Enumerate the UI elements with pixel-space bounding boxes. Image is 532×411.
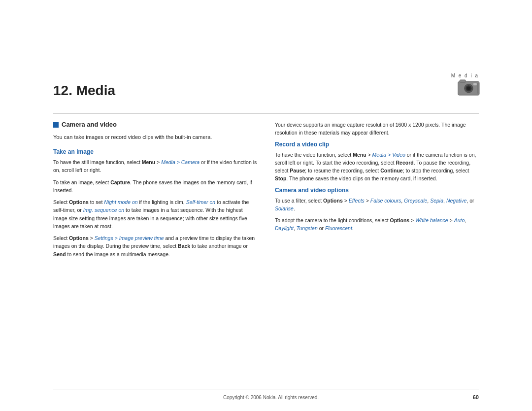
take-image-para1: To have the still image function, select… (53, 158, 257, 174)
record-video-para1: To have the video function, select Menu … (275, 151, 479, 183)
footer: Copyright © 2006 Nokia. All rights reser… (53, 389, 479, 400)
svg-point-3 (467, 87, 470, 90)
footer-page-number: 60 (469, 394, 479, 400)
camera-video-options-para1: To use a filter, select Options > Effect… (275, 197, 479, 213)
camera-video-section-title: Camera and video (62, 121, 117, 128)
take-image-para4: Select Options > Settings > Image previe… (53, 234, 257, 258)
camera-icon (457, 78, 483, 98)
camera-video-section-header: Camera and video (53, 121, 257, 128)
record-video-heading: Record a video clip (275, 141, 479, 148)
blue-square-icon (53, 122, 59, 128)
page: M e d i a 12. Media Camera (0, 0, 532, 411)
take-image-para3: Select Options to set Night mode on if t… (53, 198, 257, 230)
chapter-title: 12. Media (53, 83, 115, 99)
take-image-heading: Take an image (53, 148, 257, 155)
camera-video-options-para2: To adopt the camera to the light conditi… (275, 216, 479, 233)
camera-icon-area (457, 78, 483, 99)
content-area: Camera and video You can take images or … (53, 121, 479, 372)
right-intro: Your device supports an image capture re… (275, 121, 479, 137)
camera-video-options-heading: Camera and video options (275, 187, 479, 194)
svg-rect-5 (473, 83, 477, 85)
right-column: Your device supports an image capture re… (275, 121, 479, 372)
footer-copyright: Copyright © 2006 Nokia. All rights reser… (73, 395, 469, 400)
camera-video-intro: You can take images or record video clip… (53, 133, 257, 141)
left-column: Camera and video You can take images or … (53, 121, 257, 372)
divider (53, 113, 479, 114)
svg-rect-4 (460, 80, 466, 82)
take-image-para2: To take an image, select Capture. The ph… (53, 178, 257, 195)
